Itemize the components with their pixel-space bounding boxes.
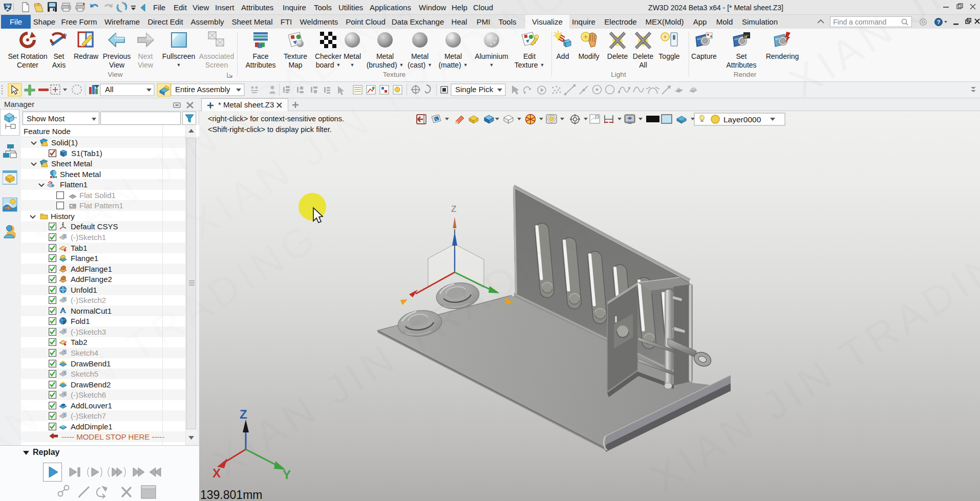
svg-text:X: X xyxy=(212,466,221,480)
svg-text:Entire Assembly: Entire Assembly xyxy=(175,85,230,94)
svg-text:?: ? xyxy=(937,19,941,25)
svg-text:139.801mm: 139.801mm xyxy=(200,488,262,501)
svg-text:Z: Z xyxy=(451,204,456,214)
svg-text:All: All xyxy=(105,85,114,94)
svg-text:Single Pick: Single Pick xyxy=(455,85,494,94)
svg-text:Y: Y xyxy=(283,468,291,482)
svg-text:Z: Z xyxy=(240,407,247,421)
